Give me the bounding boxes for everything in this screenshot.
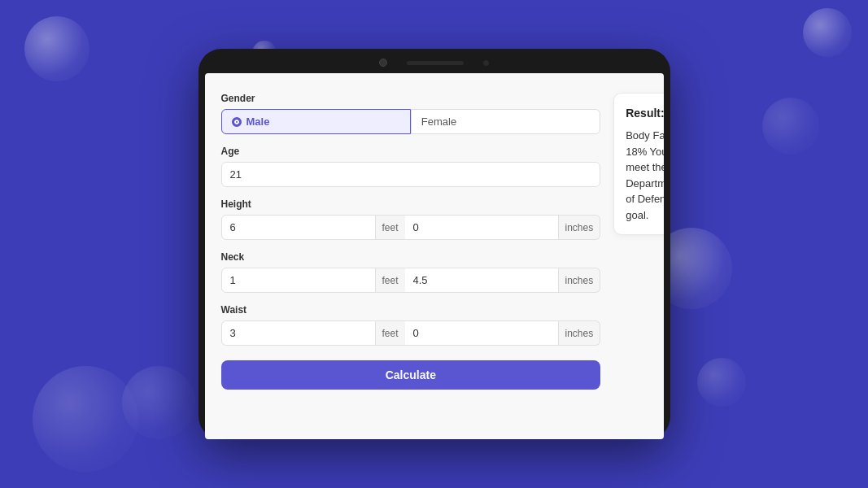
camera-icon — [379, 59, 387, 67]
waist-field-group: Waist feet inches — [221, 304, 601, 346]
radio-selected-icon — [232, 117, 242, 127]
height-feet-input[interactable] — [221, 215, 376, 240]
decorative-bubble-3 — [803, 8, 852, 57]
height-feet-unit: feet — [376, 215, 405, 240]
waist-inches-unit: inches — [559, 320, 601, 346]
decorative-bubble-5 — [33, 366, 138, 472]
neck-inches-input[interactable] — [405, 268, 559, 293]
mic-dot — [483, 60, 489, 66]
result-box: Result: Body Fat = 18% You meet the Depa… — [613, 93, 663, 235]
speaker — [407, 61, 464, 65]
result-text: Body Fat = 18% You meet the Department o… — [626, 128, 663, 223]
height-inches-input[interactable] — [405, 215, 559, 240]
tablet-device: Gender Male Female Age — [198, 49, 670, 439]
neck-inches-unit: inches — [559, 268, 601, 293]
decorative-bubble-7 — [697, 358, 746, 407]
female-label: Female — [421, 115, 456, 128]
neck-feet-input[interactable] — [221, 268, 376, 293]
decorative-bubble-8 — [762, 98, 819, 155]
gender-buttons: Male Female — [221, 109, 601, 134]
age-input[interactable] — [221, 162, 601, 187]
waist-label: Waist — [221, 304, 601, 316]
result-title: Result: — [626, 107, 663, 120]
male-button[interactable]: Male — [221, 109, 411, 134]
neck-field-group: Neck feet inches — [221, 251, 601, 293]
gender-field-group: Gender Male Female — [221, 93, 601, 134]
age-label: Age — [221, 146, 601, 157]
height-label: Height — [221, 198, 601, 210]
waist-input-row: feet inches — [221, 320, 601, 346]
gender-label: Gender — [221, 93, 601, 104]
female-button[interactable]: Female — [411, 109, 600, 134]
height-input-row: feet inches — [221, 215, 601, 240]
waist-feet-input[interactable] — [221, 320, 376, 346]
height-inches-unit: inches — [559, 215, 601, 240]
male-label: Male — [246, 115, 270, 128]
neck-feet-unit: feet — [376, 268, 405, 293]
age-field-group: Age — [221, 146, 601, 187]
neck-label: Neck — [221, 251, 601, 263]
decorative-bubble-1 — [24, 16, 89, 81]
tablet-top-bar — [198, 59, 670, 67]
app-content: Gender Male Female Age — [205, 73, 664, 439]
tablet-screen: Gender Male Female Age — [205, 73, 664, 439]
neck-input-row: feet inches — [221, 268, 601, 293]
result-header: Result: — [626, 105, 663, 121]
decorative-bubble-6 — [122, 366, 195, 439]
waist-feet-unit: feet — [376, 320, 405, 346]
result-panel: Result: Body Fat = 18% You meet the Depa… — [613, 93, 663, 420]
waist-inches-input[interactable] — [405, 320, 559, 346]
form-panel: Gender Male Female Age — [221, 93, 601, 420]
height-field-group: Height feet inches — [221, 198, 601, 240]
calculate-button[interactable]: Calculate — [221, 360, 601, 390]
